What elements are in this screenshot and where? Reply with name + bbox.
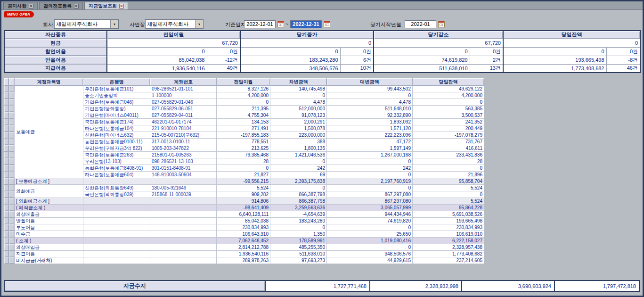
row-indicator[interactable] [4, 152, 9, 158]
row-indicator[interactable] [9, 211, 15, 218]
amount-cell: 211,395 [217, 106, 270, 112]
bank-name-cell [83, 198, 150, 205]
chevron-down-icon[interactable]: ▼ [110, 20, 118, 28]
row-indicator[interactable] [9, 99, 15, 106]
row-indicator[interactable] [9, 152, 15, 158]
account-number-cell: 1-100000 [150, 92, 217, 99]
row-indicator[interactable] [9, 238, 15, 244]
row-indicator[interactable] [9, 205, 15, 211]
row-indicator[interactable] [9, 257, 15, 264]
account-number-cell: 215801-01-005263 [150, 152, 217, 158]
account-name-cell: ( 예적금소계 ) [15, 205, 83, 211]
row-indicator[interactable] [9, 172, 15, 178]
amount-cell: 99,443,502 [327, 86, 413, 92]
account-number-cell: 215-05-007210(구632) [150, 132, 217, 139]
row-indicator[interactable] [4, 231, 9, 238]
row-indicator[interactable] [4, 99, 9, 106]
detail-row: 받을어음85,042,038183,243,28074,619,820193,6… [4, 218, 484, 224]
row-indicator[interactable] [9, 125, 15, 132]
row-indicator[interactable] [4, 224, 9, 231]
row-indicator[interactable] [4, 205, 9, 211]
calendar-icon[interactable] [324, 21, 330, 27]
row-indicator[interactable] [9, 158, 15, 165]
start-month-label: 당기시작년월 [370, 21, 401, 28]
row-indicator[interactable] [9, 231, 15, 238]
calendar-icon[interactable] [277, 21, 284, 27]
company-select[interactable]: 제일제지주식회사 ▼ [54, 19, 119, 29]
tab-voucher-entry[interactable]: 결의전표등록× [39, 2, 83, 9]
amount-cell: 106,619,010 [413, 231, 484, 238]
bank-name-cell: 중소기업중앙회 [83, 92, 150, 99]
tab-fund-daily-report[interactable]: 자금일보조회× [84, 2, 128, 9]
row-indicator[interactable] [4, 92, 9, 99]
row-indicator[interactable] [4, 132, 9, 139]
row-indicator[interactable] [9, 191, 15, 198]
row-indicator[interactable] [4, 86, 9, 92]
row-indicator[interactable] [4, 158, 9, 165]
bank-name-cell: 우리은행(보통예금101) [83, 86, 150, 92]
row-indicator[interactable] [9, 139, 15, 145]
amount-cell: 85,042,038 [107, 56, 207, 64]
date-to-input[interactable]: 2022-12-31 [290, 20, 322, 28]
row-indicator[interactable] [9, 106, 15, 112]
row-indicator[interactable] [4, 119, 9, 125]
row-indicator[interactable] [9, 132, 15, 139]
row-indicator[interactable] [4, 125, 9, 132]
row-indicator[interactable] [4, 112, 9, 119]
row-indicator[interactable] [9, 119, 15, 125]
row-indicator[interactable] [9, 145, 15, 152]
row-indicator[interactable] [9, 224, 15, 231]
column-header: 전일이월 [217, 78, 270, 86]
row-indicator[interactable] [9, 218, 15, 224]
bank-name-cell [83, 218, 150, 224]
row-indicator[interactable] [9, 244, 15, 251]
row-indicator[interactable] [4, 238, 9, 244]
amount-cell: 0 [217, 165, 270, 172]
row-indicator[interactable] [9, 178, 15, 185]
row-indicator[interactable] [4, 251, 9, 257]
menu-open-button[interactable]: MENU OPEN [4, 11, 34, 17]
row-indicator[interactable] [4, 178, 9, 185]
amount-cell: 1,936,540,116 [217, 251, 270, 257]
row-indicator[interactable] [9, 251, 15, 257]
tab-close-icon[interactable]: × [74, 4, 79, 8]
site-select[interactable]: 제일제지주식회사 ▼ [145, 19, 204, 29]
count-cell: 46건 [606, 64, 640, 73]
chevron-down-icon[interactable]: ▼ [195, 20, 203, 28]
amount-cell: 563,385 [413, 106, 484, 112]
footer-amount-cell: 2,328,932,998 [370, 281, 461, 291]
row-indicator[interactable] [4, 145, 9, 152]
tab-close-icon[interactable]: × [119, 4, 124, 8]
row-indicator[interactable] [4, 185, 9, 191]
row-indicator[interactable] [4, 106, 9, 112]
row-indicator[interactable] [9, 198, 15, 205]
date-from-input[interactable]: 2022-12-01 [244, 20, 276, 28]
amount-cell: 1,800,135 [270, 145, 327, 152]
start-month-input[interactable]: 2022-01 [405, 20, 436, 28]
amount-cell: 74,619,820 [327, 218, 413, 224]
row-indicator[interactable] [9, 112, 15, 119]
tab-close-icon[interactable]: × [29, 4, 33, 8]
row-indicator[interactable] [4, 211, 9, 218]
amount-cell: 95,864,228 [413, 205, 484, 211]
row-indicator-header [9, 78, 15, 86]
calendar-icon[interactable] [438, 21, 445, 27]
count-cell: 10건 [340, 64, 374, 73]
summary-row: 받을어음85,042,038-12건183,243,2806건74,619,82… [4, 56, 640, 64]
amount-cell: 0 [327, 172, 413, 178]
row-indicator[interactable] [9, 165, 15, 172]
row-indicator[interactable] [4, 172, 9, 178]
row-indicator[interactable] [9, 185, 15, 191]
row-indicator[interactable] [4, 257, 9, 264]
asset-type-cell: 지급어음 [4, 64, 107, 73]
row-indicator[interactable] [4, 218, 9, 224]
row-indicator[interactable] [4, 191, 9, 198]
amount-cell: 2,000,291 [270, 119, 327, 125]
row-indicator[interactable] [9, 86, 15, 92]
row-indicator[interactable] [9, 92, 15, 99]
row-indicator[interactable] [4, 198, 9, 205]
row-indicator[interactable] [4, 165, 9, 172]
row-indicator[interactable] [4, 244, 9, 251]
row-indicator[interactable] [4, 139, 9, 145]
tab-notice[interactable]: 공지사항× [3, 2, 38, 9]
